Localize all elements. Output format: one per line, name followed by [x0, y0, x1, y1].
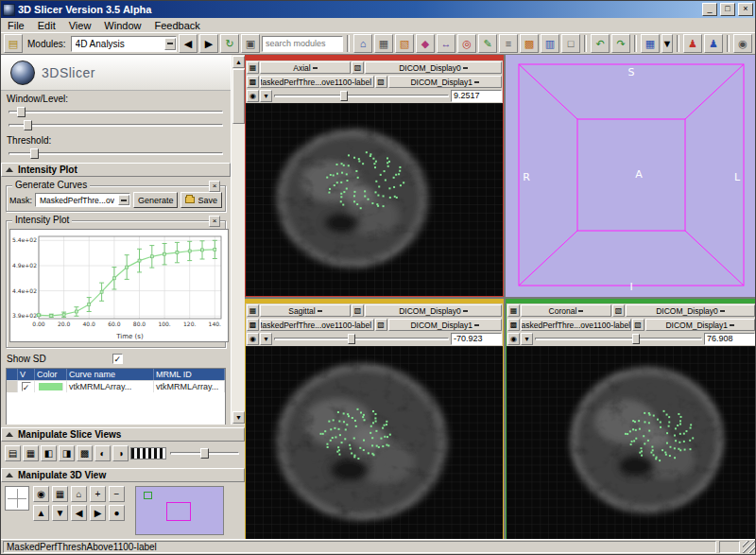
coronal-display1-combo[interactable]: DICOM_Display1 — [645, 319, 756, 331]
slice-tool-icon-5[interactable]: ▩ — [77, 445, 93, 461]
view3d-tool-icon-7[interactable]: ▼ — [52, 505, 68, 521]
curve-color-swatch[interactable] — [39, 383, 63, 390]
fiducial-person-red-icon[interactable]: ♟ — [683, 34, 702, 53]
slice-menu-icon[interactable]: ▦ — [507, 304, 520, 317]
threshold-slider[interactable] — [9, 147, 223, 160]
panel-scrollbar[interactable]: ▲ ▼ — [231, 55, 245, 425]
view3d-tool-icon-2[interactable]: ▦ — [52, 486, 68, 502]
intensity-plot[interactable]: 3.9e+024.4e+024.9e+025.4e+020.0020.040.0… — [9, 229, 229, 342]
view3d-tool-icon-10[interactable]: ● — [109, 505, 125, 521]
models-module-icon[interactable]: ◆ — [416, 34, 435, 53]
module-reload-icon[interactable]: ↻ — [220, 34, 239, 53]
menu-file[interactable]: File — [1, 20, 31, 31]
coronal-image[interactable] — [507, 346, 756, 540]
expand-chevron-icon[interactable]: ▾ — [260, 333, 272, 345]
group-close-icon[interactable]: × — [209, 216, 220, 227]
slice-tool-icon-1[interactable]: ▤ — [5, 445, 21, 461]
home-module-icon[interactable]: ⌂ — [353, 34, 372, 53]
slice-tool-icon-2[interactable]: ▦ — [23, 445, 39, 461]
slice-menu-icon[interactable]: ▦ — [247, 304, 259, 317]
coronal-offset-slider[interactable] — [534, 333, 703, 345]
fiducial-person-blue-icon[interactable]: ♟ — [704, 34, 723, 53]
view3d-tool-icon-1[interactable]: ◉ — [33, 486, 49, 502]
data-module-icon[interactable]: ▦ — [374, 34, 393, 53]
foreground-layer-icon[interactable]: ▧ — [352, 304, 364, 317]
mask-combo[interactable]: MaskedPerfThre...ove1100-label — [35, 193, 130, 207]
background-layer-icon[interactable]: ▧ — [632, 319, 644, 331]
modules-combo[interactable]: 4D Analysis — [71, 36, 177, 52]
menu-edit[interactable]: Edit — [31, 20, 62, 31]
sagittal-image[interactable] — [246, 346, 503, 540]
show-sd-checkbox[interactable]: ✓ — [112, 354, 123, 364]
section-intensity-plot[interactable]: Intensity Plot — [1, 163, 231, 177]
foreground-layer-icon[interactable]: ▧ — [612, 304, 625, 317]
expand-chevron-icon[interactable]: ▾ — [521, 333, 533, 345]
view3d-tool-icon-8[interactable]: ◀ — [71, 505, 87, 521]
curve-visibility-checkbox[interactable]: ✓ — [22, 382, 31, 391]
layout-dropdown-icon[interactable]: ▼ — [662, 34, 673, 53]
view3d-tool-icon-9[interactable]: ▶ — [90, 505, 106, 521]
colors-module-icon[interactable]: ▩ — [520, 34, 539, 53]
label-opacity-slider[interactable] — [170, 447, 239, 460]
redo-icon[interactable]: ↷ — [611, 34, 630, 53]
search-input[interactable] — [262, 36, 343, 52]
view3d-tool-icon-3[interactable]: ⌂ — [71, 486, 87, 502]
snapshot-module-icon[interactable]: □ — [561, 34, 580, 53]
view-3d[interactable]: S R A L I — [506, 55, 756, 297]
window-slider-thumb[interactable] — [17, 107, 26, 117]
measurements-module-icon[interactable]: ≡ — [499, 34, 518, 53]
menu-window[interactable]: Window — [97, 20, 147, 31]
view3d-navigation-preview[interactable] — [135, 486, 224, 535]
combo-menu-icon[interactable] — [164, 38, 176, 50]
axial-label-combo[interactable]: MaskedPerfThre...ove1100-label — [260, 76, 374, 88]
axial-display1-combo[interactable]: DICOM_Display1 — [388, 76, 503, 88]
visibility-eye-icon[interactable]: ◉ — [507, 333, 520, 345]
view3d-tool-icon-6[interactable]: ▲ — [33, 505, 49, 521]
threshold-slider-thumb[interactable] — [30, 148, 39, 159]
label-layer-icon[interactable]: ▩ — [507, 319, 520, 331]
sagittal-display1-combo[interactable]: DICOM_Display1 — [388, 319, 503, 331]
combo-menu-icon[interactable] — [118, 195, 129, 205]
module-next-icon[interactable]: ▶ — [199, 34, 218, 53]
orientation-gizmo[interactable] — [5, 486, 29, 511]
menu-feedback[interactable]: Feedback — [147, 20, 206, 31]
screen-capture-icon[interactable]: ◉ — [733, 34, 752, 53]
background-layer-icon[interactable]: ▧ — [375, 319, 387, 331]
coronal-display0-combo[interactable]: DICOM_Display0 — [626, 304, 755, 317]
view3d-tool-icon-4[interactable]: + — [90, 486, 106, 502]
table-row[interactable]: ✓ vtkMRMLArray... vtkMRMLArray... — [7, 380, 225, 392]
slice-tool-icon-6[interactable]: ◐ — [94, 445, 111, 461]
background-layer-icon[interactable]: ▧ — [375, 76, 387, 88]
opacity-slider-thumb[interactable] — [200, 448, 209, 459]
group-close-icon[interactable]: × — [209, 181, 220, 192]
close-icon[interactable]: × — [738, 3, 753, 16]
sagittal-offset-slider[interactable] — [273, 333, 450, 345]
generate-button[interactable]: Generate — [133, 192, 179, 208]
sagittal-slider-thumb[interactable] — [348, 334, 355, 344]
section-manipulate-3d-view[interactable]: Manipulate 3D View — [1, 468, 245, 482]
axial-image[interactable] — [246, 103, 503, 296]
visibility-eye-icon[interactable]: ◉ — [247, 333, 259, 345]
slice-tool-icon-7[interactable]: ◑ — [112, 445, 129, 461]
visibility-eye-icon[interactable]: ◉ — [247, 90, 259, 102]
axial-orientation-combo[interactable]: Axial — [260, 61, 351, 74]
coronal-slider-thumb[interactable] — [632, 334, 640, 344]
label-layer-icon[interactable]: ▩ — [247, 76, 259, 88]
layout-icon[interactable]: ▦ — [641, 34, 660, 53]
coronal-label-combo[interactable]: MaskedPerfThre...ove1100-label — [521, 319, 631, 331]
sagittal-display0-combo[interactable]: DICOM_Display0 — [365, 304, 502, 317]
fiducials-module-icon[interactable]: ◎ — [457, 34, 476, 53]
sagittal-label-combo[interactable]: MaskedPerfThre...ove1100-label — [260, 319, 374, 331]
foreground-layer-icon[interactable]: ▧ — [352, 61, 364, 74]
coronal-orientation-combo[interactable]: Coronal — [521, 304, 611, 317]
level-slider-thumb[interactable] — [24, 120, 32, 130]
maximize-icon[interactable]: □ — [720, 3, 735, 16]
undo-icon[interactable]: ↶ — [591, 34, 610, 53]
editor-module-icon[interactable]: ✎ — [478, 34, 497, 53]
label-layer-icon[interactable]: ▩ — [247, 319, 259, 331]
volumes-module-icon[interactable]: ▧ — [395, 34, 414, 53]
level-slider[interactable] — [9, 119, 223, 131]
module-prev-icon[interactable]: ◀ — [179, 34, 198, 53]
slice-tool-icon-4[interactable]: ◨ — [59, 445, 75, 461]
scroll-up-icon[interactable]: ▲ — [232, 56, 245, 68]
